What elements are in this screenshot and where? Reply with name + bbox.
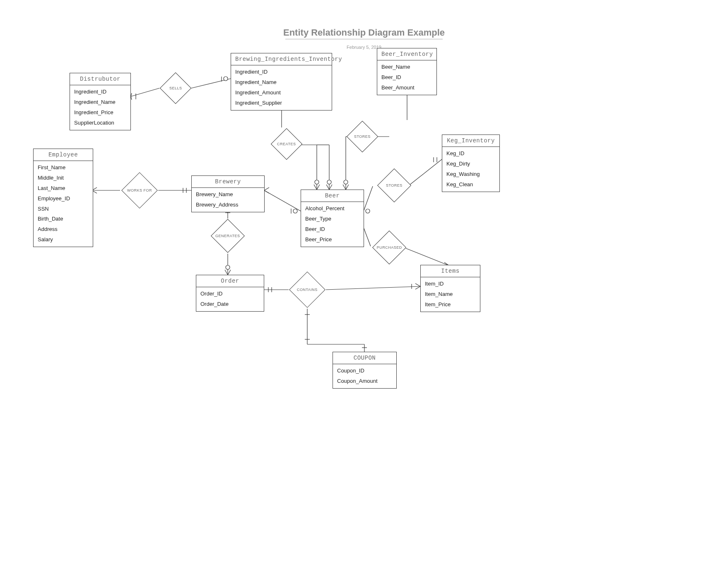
entity-attr: Item_ID [424,279,477,289]
entity-attr: Brewery_Address [195,200,261,210]
relationship-contains: CONTAINS [289,271,325,308]
entity-attr: Alcohol_Percent [304,204,360,214]
relationship-label: GENERATES [215,234,240,238]
er-diagram-canvas: Entity Relationship Diagram Example Febr… [0,0,728,562]
relationship-generates: GENERATES [211,219,245,253]
entity-attr: Keg_Clean [446,180,496,190]
entity-attr: Birth_Date [37,214,89,224]
entity-brewing-ingredients: Brewing_Ingredients_Inventory Ingredient… [231,53,332,110]
entity-body: First_Name Middle_Init Last_Name Employe… [34,161,93,247]
entity-attr: Address [37,224,89,235]
entity-items: Items Item_ID Item_Name Item_Price [420,265,480,312]
svg-line-2 [191,79,231,88]
entity-body: Beer_Name Beer_ID Beer_Amount [377,60,436,95]
relationship-stores-2: STORES [377,168,411,202]
entity-attr: Keg_ID [446,149,496,159]
diagram-date: February 5, 2019 [347,45,381,50]
entity-beer-inventory: Beer_Inventory Beer_Name Beer_ID Beer_Am… [377,48,437,95]
entity-header: Distrubutor [70,73,130,85]
svg-line-38 [406,248,449,266]
entity-body: Alcohol_Percent Beer_Type Beer_ID Beer_P… [301,202,364,247]
relationship-label: PURCHASED [376,245,402,250]
entity-attr: Beer_Name [381,62,433,72]
entity-attr: SSN [37,204,89,214]
svg-point-19 [344,180,348,184]
entity-header: Beer_Inventory [377,48,436,60]
entity-header: Brewery [192,176,264,188]
entity-coupon: COUPON Coupon_ID Coupon_Amount [333,352,397,389]
entity-attr: Keg_Washing [446,169,496,180]
entity-beer: Beer Alcohol_Percent Beer_Type Beer_ID B… [301,190,364,247]
entity-attr: Item_Name [424,289,477,300]
entity-header: COUPON [333,352,396,364]
entity-attr: Beer_Amount [381,83,433,93]
entity-body: Ingredient_ID Ingredient_Name Ingredient… [231,65,332,110]
entity-body: Ingredient_ID Ingredient_Name Ingredient… [70,85,130,130]
svg-point-13 [327,180,331,184]
entity-body: Order_ID Order_Date [196,287,264,311]
diagram-title: Entity Relationship Diagram Example [283,27,445,38]
entity-attr: Ingredient_Name [234,77,328,88]
svg-line-37 [364,228,371,246]
entity-attr: Brewery_Name [195,190,261,200]
entity-attr: Keg_Dirty [446,159,496,169]
relationship-label: CONTAINS [297,288,318,292]
entity-attr: Ingredient_Amount [234,88,328,98]
entity-attr: Beer_ID [304,224,360,235]
entity-attr: Coupon_Amount [336,376,393,387]
svg-point-3 [224,77,228,81]
relationship-label: SELLS [169,86,182,90]
title-underline [285,39,443,39]
entity-distributor: Distrubutor Ingredient_ID Ingredient_Nam… [70,73,131,130]
entity-attr: Salary [37,235,89,245]
svg-line-32 [364,186,373,211]
svg-point-28 [226,265,230,269]
entity-order: Order Order_ID Order_Date [196,275,264,312]
entity-header: Employee [34,149,93,161]
entity-keg-inventory: Keg_Inventory Keg_ID Keg_Dirty Keg_Washi… [442,134,500,192]
relationship-label: CREATES [277,142,296,146]
entity-attr: Employee_ID [37,194,89,204]
relationship-creates: CREATES [271,128,302,160]
entity-header: Beer [301,190,364,202]
svg-point-30 [293,209,297,213]
relationship-label: WORKS FOR [127,188,152,192]
svg-line-29 [264,190,301,211]
entity-body: Keg_ID Keg_Dirty Keg_Washing Keg_Clean [442,147,499,192]
relationship-label: STORES [354,134,371,139]
relationship-sells: SELLS [160,72,191,104]
entity-attr: Coupon_ID [336,366,393,376]
entity-attr: Ingredient_ID [234,67,328,77]
svg-point-33 [366,209,370,213]
entity-attr: Order_ID [200,289,260,299]
entity-attr: Beer_Price [304,235,360,245]
entity-attr: Ingredient_ID [73,87,127,97]
entity-attr: First_Name [37,163,89,173]
entity-attr: SupplierLocation [73,118,127,128]
svg-point-10 [315,180,319,184]
entity-attr: Order_Date [200,299,260,310]
entity-body: Coupon_ID Coupon_Amount [333,364,396,388]
relationship-stores-1: STORES [347,121,378,152]
entity-employee: Employee First_Name Middle_Init Last_Nam… [33,149,93,247]
relationship-works-for: WORKS FOR [121,172,158,209]
entity-attr: Ingredient_Supplier [234,98,328,108]
entity-attr: Ingredient_Name [73,97,127,108]
entity-brewery: Brewery Brewery_Name Brewery_Address [191,175,265,212]
entity-body: Item_ID Item_Name Item_Price [421,277,480,312]
entity-attr: Item_Price [424,300,477,310]
entity-attr: Ingredient_Price [73,108,127,118]
entity-attr: Last_Name [37,183,89,194]
entity-body: Brewery_Name Brewery_Address [192,188,264,212]
entity-attr: Beer_ID [381,72,433,83]
relationship-purchased: PURCHASED [372,231,406,264]
svg-line-0 [131,88,159,96]
entity-header: Brewing_Ingredients_Inventory [231,53,332,65]
entity-attr: Middle_Init [37,173,89,183]
entity-attr: Beer_Type [304,214,360,224]
relationship-label: STORES [386,183,403,187]
svg-line-42 [326,286,420,290]
entity-header: Order [196,275,264,287]
entity-header: Keg_Inventory [442,135,499,147]
svg-line-34 [408,159,442,186]
